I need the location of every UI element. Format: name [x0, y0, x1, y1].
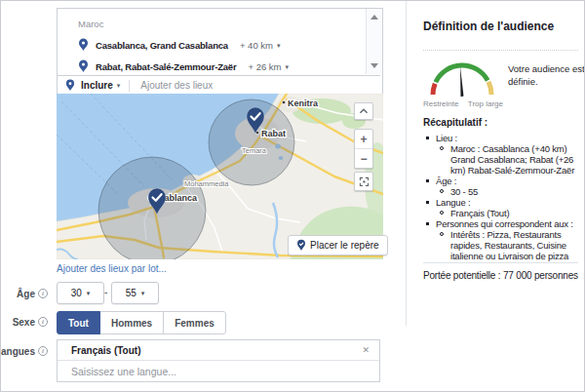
location-name: Rabat, Rabat-Salé-Zemmour-Zaër [96, 61, 236, 72]
languages-field-label: Langues i [1, 342, 48, 360]
gender-option-all[interactable]: Tout [57, 311, 100, 334]
potential-reach-text: Portée potentielle : 77 000 personnes [423, 270, 578, 281]
zoom-out-button[interactable]: − [355, 149, 372, 168]
gauge-label-broad: Trop large [468, 99, 503, 108]
chevron-down-icon[interactable]: ▾ [277, 42, 281, 49]
gender-segmented-control: Tout Hommes Femmes [57, 311, 226, 334]
location-name: Casablanca, Grand Casablanca [96, 40, 228, 51]
audience-status-text: Votre audience est définie. [508, 62, 585, 88]
include-pin-icon [65, 79, 75, 92]
place-marker-button[interactable]: Placer le repère [288, 235, 388, 255]
map-label-kenitra: Kenitra [288, 98, 319, 108]
zoom-in-button[interactable]: + [355, 130, 372, 148]
summary-item-age: Âge : [423, 176, 583, 186]
gauge-red-segment [433, 84, 435, 95]
status-line-1: Votre audience est [508, 62, 585, 75]
location-radius[interactable]: + 40 km [240, 40, 273, 51]
add-places-input[interactable] [138, 79, 380, 92]
gauge-yellow-segment [488, 82, 491, 95]
location-pin-icon [78, 59, 89, 73]
gender-option-men[interactable]: Hommes [99, 311, 164, 334]
scroll-down-icon[interactable] [370, 63, 378, 68]
map-fullscreen-button[interactable] [354, 172, 373, 191]
map-label-temara: Temara [242, 146, 267, 155]
gauge-needle [460, 66, 464, 97]
place-marker-label: Placer le repère [310, 240, 379, 251]
age-label-text: Âge [17, 289, 35, 299]
chevron-down-icon: ▾ [87, 290, 91, 296]
include-row: Inclure ▾ [58, 75, 380, 95]
gender-option-women[interactable]: Femmes [163, 311, 226, 334]
location-radius[interactable]: + 26 km [248, 61, 281, 72]
list-scrollbar[interactable] [366, 9, 381, 74]
remove-language-icon[interactable]: ✕ [362, 345, 370, 355]
age-range-dash: - [104, 287, 107, 297]
age-field-label: Âge i [1, 285, 48, 302]
selected-language: Français (Tout) [71, 345, 362, 356]
audience-targeting-panel: Maroc Casablanca, Grand Casablanca + 40 … [0, 0, 585, 392]
summary-language-detail: Français (Tout) [423, 208, 583, 218]
gauge-scale-labels: Restreinte Trop large [423, 99, 503, 108]
language-search-input[interactable] [58, 361, 379, 381]
summary-location-detail: Maroc : Casablanca (+40 km) Grand Casabl… [423, 143, 583, 176]
vertical-divider [406, 1, 407, 326]
locations-list: Maroc Casablanca, Grand Casablanca + 40 … [57, 8, 383, 97]
map-label-rabat: Rabat [261, 129, 286, 138]
chevron-down-icon[interactable]: ▾ [286, 63, 290, 70]
audience-summary-list: Lieu : Maroc : Casablanca (+40 km) Grand… [423, 133, 583, 261]
place-pin-icon [296, 239, 306, 252]
location-row[interactable]: Rabat, Rabat-Salé-Zemmour-Zaër + 26 km ▾ [78, 57, 289, 76]
selected-language-row: Français (Tout) ✕ [58, 340, 379, 360]
expand-icon [355, 172, 372, 191]
summary-age-detail: 30 - 55 [423, 186, 583, 197]
map-zoom-controls: + − [354, 129, 373, 169]
bulk-add-locations-link[interactable]: Ajouter des lieux par lot... [57, 263, 167, 274]
location-row[interactable]: Casablanca, Grand Casablanca + 40 km ▾ [78, 35, 281, 55]
chevron-down-icon[interactable]: ▾ [117, 82, 121, 89]
summary-item-location: Lieu : [423, 133, 583, 143]
summary-item-matching: Personnes qui correspondent aux : [423, 218, 583, 229]
summary-title: Récapitulatif : [423, 117, 488, 128]
chevron-up-icon [355, 102, 372, 120]
divider [423, 262, 578, 263]
audience-definition-title: Définition de l'audience [423, 20, 554, 33]
divider [129, 80, 130, 92]
age-min-value: 30 [71, 288, 82, 298]
age-max-value: 55 [126, 288, 136, 298]
dotted-divider [423, 50, 578, 51]
info-icon[interactable]: i [38, 346, 48, 356]
info-icon[interactable]: i [38, 289, 48, 298]
location-pin-icon [78, 38, 89, 52]
languages-box: Français (Tout) ✕ [57, 339, 380, 382]
gender-label-text: Sexe [13, 317, 35, 328]
casablanca-radius-circle [98, 157, 206, 259]
languages-label-text: Langues [0, 346, 35, 357]
age-min-select[interactable]: 30 ▾ [57, 282, 104, 304]
country-label: Maroc [78, 19, 103, 29]
map-label-mohammedia: Mohammedia [184, 179, 229, 188]
info-icon[interactable]: i [38, 317, 48, 327]
include-dropdown[interactable]: Inclure [81, 80, 113, 91]
status-line-2: définie. [508, 75, 585, 88]
audience-gauge [428, 61, 498, 100]
gauge-label-narrow: Restreinte [423, 99, 458, 108]
chevron-down-icon: ▾ [141, 290, 145, 296]
age-max-select[interactable]: 55 ▾ [111, 282, 159, 304]
summary-item-language: Langue : [423, 197, 583, 208]
summary-interests-detail: Intérêts : Pizza, Restaurants rapides, R… [423, 229, 583, 261]
map-pan-up-button[interactable] [354, 102, 373, 120]
scroll-up-icon[interactable] [370, 15, 378, 20]
gender-field-label: Sexe i [1, 313, 48, 331]
